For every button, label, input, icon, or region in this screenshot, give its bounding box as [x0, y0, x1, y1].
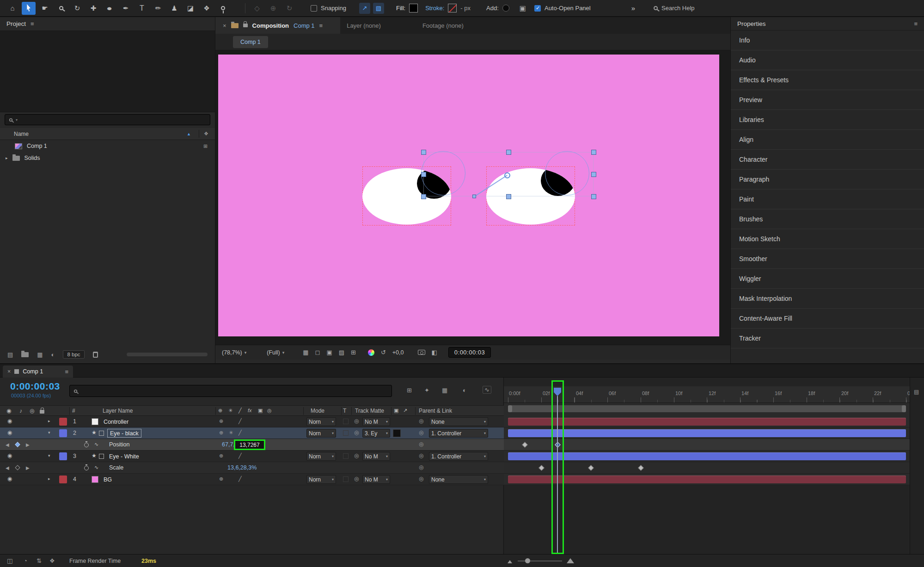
- home-icon[interactable]: ⌂: [6, 2, 19, 15]
- safe-guides-icon[interactable]: ▦: [303, 349, 308, 356]
- exposure-value[interactable]: +0,0: [392, 349, 404, 356]
- visibility-eye-icon[interactable]: ◉: [5, 452, 15, 459]
- toolbar-overflow-chevron[interactable]: »: [631, 4, 635, 12]
- previous-keyframe-icon[interactable]: ◀: [6, 442, 9, 447]
- track-row-eye-black[interactable]: [504, 427, 924, 439]
- collapse-arrow-icon[interactable]: ▾: [48, 430, 50, 435]
- work-area-bar[interactable]: [508, 405, 906, 412]
- pen-tool[interactable]: ✒: [119, 2, 133, 15]
- layer-color-chip[interactable]: [59, 418, 67, 426]
- layer-row-controller[interactable]: ◉ ▸ 1 Controller ⊕ ╱ Norn▾ ◎ No M▾ ◎ Non…: [0, 416, 504, 427]
- scale-value[interactable]: 13,6,28,3%: [227, 464, 257, 471]
- parent-select[interactable]: None▾: [429, 417, 488, 426]
- project-search-input[interactable]: ▾: [5, 114, 210, 125]
- selection-handle[interactable]: [506, 150, 511, 155]
- interpret-footage-icon[interactable]: ▤: [7, 351, 13, 358]
- exposure-reset-icon[interactable]: ↺: [381, 349, 386, 356]
- parent-link-column-label[interactable]: Parent & Link: [419, 408, 452, 414]
- project-row-comp1[interactable]: Comp 1 ⊞: [0, 140, 215, 152]
- hand-tool[interactable]: ☛: [38, 2, 52, 15]
- parent-select[interactable]: None▾: [429, 475, 488, 484]
- panel-menu-icon[interactable]: ≡: [914, 20, 918, 27]
- brush-tool[interactable]: ✏: [151, 2, 165, 15]
- shy-layers-icon[interactable]: ▦: [442, 387, 447, 394]
- selection-handle[interactable]: [591, 194, 596, 199]
- search-help-input[interactable]: Search Help: [661, 5, 695, 12]
- properties-list-item[interactable]: Libraries: [731, 110, 924, 130]
- visibility-eye-icon[interactable]: ◉: [5, 418, 15, 424]
- snap-to-point-icon[interactable]: ↗: [359, 3, 370, 14]
- parent-select[interactable]: 1. Controller▾: [429, 429, 488, 438]
- next-keyframe-icon[interactable]: ▶: [26, 465, 30, 470]
- shape-tool[interactable]: ●: [103, 2, 116, 15]
- composition-tab-title[interactable]: Composition: [252, 22, 289, 29]
- work-area-start-handle[interactable]: [508, 405, 512, 412]
- expand-arrow-icon[interactable]: ▸: [48, 476, 50, 481]
- graph-editor-icon[interactable]: ∿: [483, 386, 491, 394]
- magnification-select[interactable]: (78,7%)▾: [222, 349, 246, 356]
- track-row-position[interactable]: [504, 439, 924, 451]
- properties-list-item[interactable]: Wiggler: [731, 269, 924, 289]
- collapse-switch-icon[interactable]: ✳: [229, 430, 233, 436]
- properties-list-item[interactable]: Mask Interpolation: [731, 289, 924, 309]
- time-ruler[interactable]: 0:00f 02f 04f 06f 08f 10f 12f 14f 16f 18…: [504, 386, 924, 403]
- panel-menu-icon[interactable]: ≡: [319, 22, 323, 29]
- properties-list-item[interactable]: Effects & Presets: [731, 70, 924, 90]
- timeline-zoom-handle[interactable]: [525, 558, 530, 563]
- track-matte-select[interactable]: No M▾: [362, 452, 390, 461]
- anchor-point-gizmo[interactable]: [504, 172, 510, 178]
- stopwatch-icon[interactable]: [84, 443, 89, 447]
- quality-switch-icon[interactable]: ⊕: [219, 430, 223, 436]
- effects-switch-icon[interactable]: ╱: [239, 453, 242, 459]
- expand-arrow-icon[interactable]: ▸: [6, 156, 8, 160]
- show-snapshot-icon[interactable]: ◧: [432, 349, 437, 356]
- puppet-pin-tool[interactable]: [216, 2, 230, 15]
- track-matte-select[interactable]: 3. Ey▾: [362, 429, 390, 438]
- close-tab-icon[interactable]: ×: [223, 22, 226, 29]
- layer-duration-bar[interactable]: [508, 418, 906, 426]
- performance-icon[interactable]: ❖: [49, 557, 55, 564]
- clone-stamp-tool[interactable]: ♟: [167, 2, 181, 15]
- project-row-solids[interactable]: ▸ Solids: [0, 152, 215, 164]
- layer-row-bg[interactable]: ◉ ▸ 4 BG ⊕ ╱ Norn▾ ◎ No M▾ ◎ None▾: [0, 474, 504, 485]
- add-keyframe-diamond-icon[interactable]: [15, 442, 20, 447]
- composition-tab-comp-name[interactable]: Comp 1: [294, 22, 315, 29]
- track-row-eye-white[interactable]: [504, 451, 924, 462]
- region-of-interest-icon[interactable]: ▣: [326, 349, 332, 356]
- current-timecode[interactable]: 0:00:00:03: [10, 381, 60, 392]
- track-matte-select[interactable]: No M▾: [362, 417, 390, 426]
- color-settings-icon[interactable]: ◐: [51, 351, 55, 358]
- selection-handle[interactable]: [591, 150, 596, 155]
- layer-name[interactable]: Eye - black: [107, 429, 141, 438]
- blend-mode-select[interactable]: Norn▾: [306, 452, 336, 461]
- properties-list-item[interactable]: Audio: [731, 50, 924, 70]
- property-name[interactable]: Position: [109, 441, 129, 448]
- keyframe-icon[interactable]: [538, 465, 545, 471]
- track-matte-column-label[interactable]: Track Matte: [355, 408, 384, 414]
- preserve-transparency-checkbox[interactable]: [343, 430, 349, 436]
- stroke-width-label[interactable]: - px: [460, 5, 471, 12]
- project-name-column-header[interactable]: Name ▲ ❖: [0, 128, 215, 140]
- zoom-in-mountain-icon[interactable]: [567, 558, 574, 563]
- selection-handle[interactable]: [421, 172, 426, 177]
- pixel-aspect-icon[interactable]: ⊞: [351, 349, 356, 356]
- pan-behind-tool[interactable]: ✚: [86, 2, 100, 15]
- collapse-arrow-icon[interactable]: ▾: [48, 453, 50, 458]
- preserve-transparency-checkbox[interactable]: [343, 453, 349, 459]
- draft-3d-icon[interactable]: ✦: [424, 387, 429, 394]
- timeline-search-input[interactable]: [69, 385, 392, 397]
- eraser-tool[interactable]: ◪: [184, 2, 197, 15]
- panel-menu-icon[interactable]: ≡: [31, 20, 34, 27]
- swap-panes-icon[interactable]: ⇅: [37, 557, 42, 564]
- track-matte-pickwhip-icon[interactable]: ◎: [354, 429, 359, 436]
- previous-keyframe-icon[interactable]: ◀: [6, 465, 9, 470]
- zoom-out-mountain-icon[interactable]: [508, 560, 512, 563]
- track-matte-pickwhip-icon[interactable]: ◎: [354, 452, 359, 459]
- parent-pickwhip-icon[interactable]: ◎: [419, 418, 423, 424]
- properties-list-item[interactable]: Tracker: [731, 329, 924, 348]
- matte-enabled-toggle[interactable]: [393, 429, 401, 437]
- keyframe-icon[interactable]: [638, 465, 644, 471]
- motion-path-keyframe-handle[interactable]: [472, 195, 476, 198]
- position-x-value[interactable]: 67,7,: [222, 441, 235, 448]
- comp-subtab[interactable]: Comp 1: [233, 36, 268, 48]
